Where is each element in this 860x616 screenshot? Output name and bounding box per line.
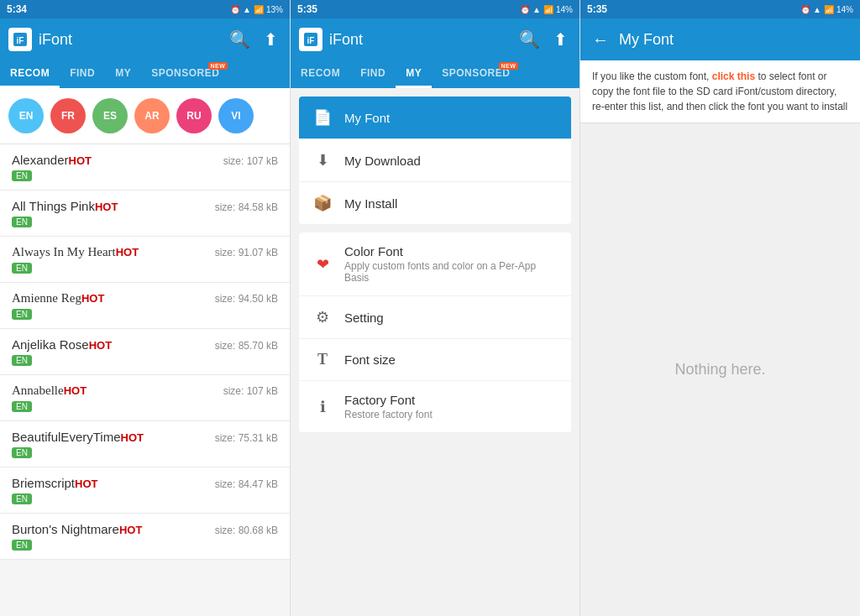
font-size-label: Font size — [344, 352, 558, 367]
lang-badge: EN — [12, 447, 32, 458]
font-name: Always In My HeartHOT — [12, 245, 139, 259]
alarm-icon-2: ⏰ — [520, 5, 530, 14]
status-bar-3: 5:35 ⏰ ▲ 📶 14% — [580, 0, 860, 18]
toolbar-3: ← My Font — [580, 18, 860, 60]
my-install-label: My Install — [344, 196, 558, 211]
tab-recom-1[interactable]: RECOM — [0, 60, 60, 88]
lang-vi[interactable]: VI — [218, 98, 254, 133]
settings-icon: ⚙ — [312, 308, 333, 326]
lang-en[interactable]: EN — [8, 98, 44, 133]
lang-es[interactable]: ES — [92, 98, 128, 133]
time-3: 5:35 — [587, 3, 607, 15]
my-download-label: My Download — [344, 154, 558, 168]
font-item[interactable]: Amienne RegHOT size: 94.50 kB EN — [0, 283, 290, 329]
wifi-icon-2: ▲ — [532, 5, 541, 14]
my-font-label: My Font — [344, 111, 558, 125]
font-item[interactable]: BeautifulEveryTimeHOT size: 75.31 kB EN — [0, 421, 290, 467]
font-size-label: size: 84.47 kB — [215, 478, 278, 490]
font-item[interactable]: All Things PinkHOT size: 84.58 kB EN — [0, 191, 290, 237]
menu-item-color-font[interactable]: ❤ Color Font Apply custom fonts and colo… — [299, 232, 571, 296]
menu-card-1: 📄 My Font ⬇ My Download 📦 My Install — [299, 97, 571, 224]
toolbar-1: iF iFont 🔍 ⬆ — [0, 18, 290, 60]
fontsize-icon: T — [312, 351, 333, 368]
font-size-label: size: 107 kB — [223, 155, 278, 167]
panel-my: 5:35 ⏰ ▲ 📶 14% iF iFont 🔍 ⬆ RECOM FIND M… — [290, 0, 579, 616]
battery-3: 14% — [836, 5, 853, 14]
menu-item-factory-font[interactable]: ℹ Factory Font Restore factory font — [299, 381, 571, 432]
tab-recom-2[interactable]: RECOM — [291, 60, 350, 88]
status-bar-2: 5:35 ⏰ ▲ 📶 14% — [291, 0, 579, 18]
app-title-1: iFont — [39, 31, 219, 49]
install-icon: 📦 — [312, 194, 333, 212]
info-text: If you like the custom font, — [592, 70, 712, 82]
back-icon[interactable]: ← — [589, 27, 612, 53]
font-item[interactable]: AlexanderHOT size: 107 kB EN — [0, 144, 290, 191]
time-1: 5:34 — [7, 3, 27, 15]
wifi-icon: ▲ — [243, 5, 251, 14]
font-size-label: size: 94.50 kB — [215, 293, 278, 305]
download-icon: ⬇ — [312, 151, 333, 170]
toolbar-2: iF iFont 🔍 ⬆ — [291, 18, 579, 60]
font-item[interactable]: AnnabelleHOT size: 107 kB EN — [0, 375, 290, 421]
font-item[interactable]: Always In My HeartHOT size: 91.07 kB EN — [0, 237, 290, 283]
lang-ru[interactable]: RU — [176, 98, 212, 133]
new-badge-1: New — [208, 62, 228, 70]
tab-sponsored-1[interactable]: SPONSORED New — [141, 60, 229, 88]
nav-tabs-2: RECOM FIND MY SPONSORED New — [291, 60, 579, 88]
lang-badge: EN — [12, 355, 32, 366]
alarm-icon: ⏰ — [230, 5, 240, 14]
status-icons-2: ⏰ ▲ 📶 14% — [520, 5, 573, 14]
search-icon-1[interactable]: 🔍 — [226, 26, 254, 53]
menu-item-my-font[interactable]: 📄 My Font — [299, 97, 571, 139]
tab-find-1[interactable]: FIND — [60, 60, 105, 88]
app-logo-1: iF — [8, 28, 32, 51]
click-link[interactable]: click this — [712, 70, 755, 82]
menu-item-setting[interactable]: ⚙ Setting — [299, 296, 571, 339]
signal-icon-3: 📶 — [824, 5, 834, 14]
info-bar: If you like the custom font, click this … — [580, 60, 860, 123]
panel-my-font-detail: 5:35 ⏰ ▲ 📶 14% ← My Font If you like the… — [579, 0, 860, 616]
lang-badge: EN — [12, 401, 32, 412]
tab-my-1[interactable]: MY — [105, 60, 141, 88]
signal-icon-2: 📶 — [543, 5, 553, 14]
tab-my-2[interactable]: MY — [396, 60, 432, 88]
font-item[interactable]: Burton's NightmareHOT size: 80.68 kB EN — [0, 514, 290, 560]
search-icon-2[interactable]: 🔍 — [516, 26, 543, 53]
color-font-label: Color Font — [344, 244, 558, 258]
nav-tabs-1: RECOM FIND MY SPONSORED New — [0, 60, 290, 88]
time-2: 5:35 — [297, 3, 317, 15]
language-bubbles: EN FR ES AR RU VI — [0, 88, 290, 144]
font-name: BriemscriptHOT — [12, 476, 97, 490]
font-size-label: size: 80.68 kB — [215, 525, 278, 536]
lang-ar[interactable]: AR — [134, 98, 170, 133]
font-size-label: size: 107 kB — [223, 385, 278, 397]
share-icon-1[interactable]: ⬆ — [260, 26, 281, 53]
menu-item-my-install[interactable]: 📦 My Install — [299, 182, 571, 224]
panel-recom: 5:34 ⏰ ▲ 📶 13% iF iFont 🔍 ⬆ RECOM FIND M… — [0, 0, 290, 616]
font-name: AlexanderHOT — [12, 153, 92, 167]
tab-sponsored-2[interactable]: SPONSORED New — [432, 60, 520, 88]
lang-badge: EN — [12, 263, 32, 274]
lang-fr[interactable]: FR — [50, 98, 86, 133]
factory-font-subtitle: Restore factory font — [344, 409, 558, 420]
app-logo-2: iF — [299, 28, 322, 51]
font-name: Anjelika RoseHOT — [12, 337, 112, 352]
new-badge-2: New — [499, 62, 519, 70]
color-font-subtitle: Apply custom fonts and color on a Per-Ap… — [344, 260, 558, 284]
menu-item-font-size[interactable]: T Font size — [299, 339, 571, 381]
font-item[interactable]: BriemscriptHOT size: 84.47 kB EN — [0, 467, 290, 514]
alarm-icon-3: ⏰ — [800, 5, 810, 14]
tab-find-2[interactable]: FIND — [350, 60, 396, 88]
lang-badge: EN — [12, 170, 32, 181]
nothing-here-label: Nothing here. — [580, 123, 860, 616]
menu-item-my-download[interactable]: ⬇ My Download — [299, 139, 571, 182]
font-name: Amienne RegHOT — [12, 291, 104, 305]
share-icon-2[interactable]: ⬆ — [550, 26, 571, 53]
battery-2: 14% — [556, 5, 573, 14]
lang-badge: EN — [12, 540, 32, 551]
menu-card-2: ❤ Color Font Apply custom fonts and colo… — [299, 232, 571, 432]
font-item[interactable]: Anjelika RoseHOT size: 85.70 kB EN — [0, 329, 290, 375]
font-name: Burton's NightmareHOT — [12, 522, 142, 536]
font-list[interactable]: AlexanderHOT size: 107 kB EN All Things … — [0, 144, 290, 616]
font-name: All Things PinkHOT — [12, 199, 118, 213]
